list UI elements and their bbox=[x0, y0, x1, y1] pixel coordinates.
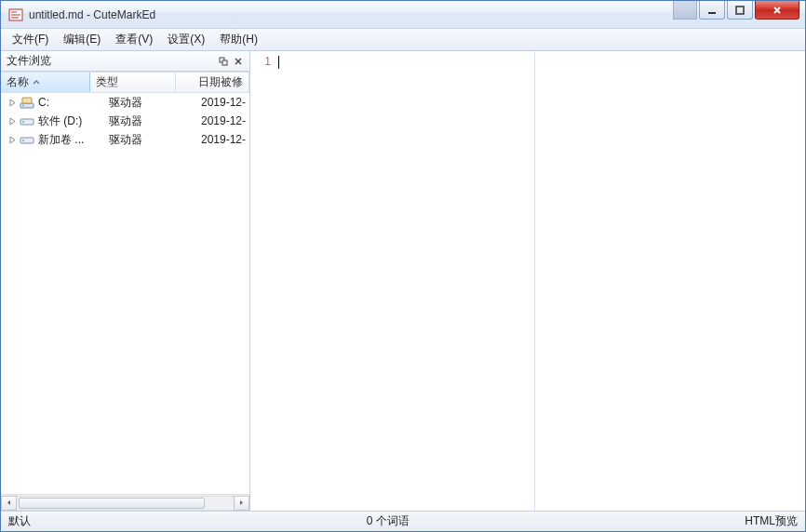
titlebar[interactable]: untitled.md - CuteMarkEd bbox=[1, 1, 805, 29]
menu-settings[interactable]: 设置(X) bbox=[160, 29, 212, 50]
file-browser-panel: 文件浏览 名称 类型 日期被修 bbox=[1, 51, 250, 511]
maximize-button[interactable] bbox=[727, 1, 753, 20]
row-type: 驱动器 bbox=[103, 95, 189, 111]
expand-icon[interactable] bbox=[7, 97, 18, 108]
close-panel-icon[interactable] bbox=[231, 54, 246, 69]
scroll-track[interactable] bbox=[17, 496, 234, 511]
row-type: 驱动器 bbox=[103, 132, 189, 148]
scroll-left-button[interactable] bbox=[1, 496, 17, 511]
tree-columns-header: 名称 类型 日期被修 bbox=[1, 73, 249, 93]
app-window: untitled.md - CuteMarkEd 文件(F) 编辑(E) 查看(… bbox=[0, 0, 806, 532]
menu-file[interactable]: 文件(F) bbox=[5, 29, 56, 50]
row-name: C: bbox=[38, 96, 103, 109]
svg-rect-1 bbox=[708, 12, 716, 14]
window-title: untitled.md - CuteMarkEd bbox=[29, 8, 155, 21]
svg-point-9 bbox=[22, 121, 24, 123]
svg-point-7 bbox=[22, 105, 24, 107]
statusbar: 默认 0 个词语 HTML预览 bbox=[1, 511, 805, 531]
undock-icon[interactable] bbox=[216, 54, 231, 69]
tree-row[interactable]: C: 驱动器 2019-12- bbox=[1, 93, 249, 112]
tree-row[interactable]: 新加卷 ... 驱动器 2019-12- bbox=[1, 130, 249, 149]
drive-icon bbox=[20, 113, 34, 128]
svg-rect-4 bbox=[222, 60, 227, 65]
app-icon bbox=[8, 7, 23, 22]
tree-row[interactable]: 软件 (D:) 驱动器 2019-12- bbox=[1, 112, 249, 130]
status-right: HTML预览 bbox=[745, 513, 798, 529]
menu-view[interactable]: 查看(V) bbox=[108, 29, 160, 50]
text-caret bbox=[278, 56, 279, 69]
menu-edit[interactable]: 编辑(E) bbox=[56, 29, 108, 50]
close-button[interactable] bbox=[755, 1, 799, 20]
row-type: 驱动器 bbox=[103, 113, 189, 129]
expand-icon[interactable] bbox=[7, 134, 18, 145]
column-type[interactable]: 类型 bbox=[90, 73, 176, 92]
drive-system-icon bbox=[20, 95, 34, 110]
svg-rect-2 bbox=[736, 7, 744, 14]
editor-area: 1 bbox=[250, 51, 805, 511]
body-area: 文件浏览 名称 类型 日期被修 bbox=[1, 51, 805, 511]
drive-icon bbox=[20, 132, 34, 147]
tree-body[interactable]: C: 驱动器 2019-12- 软件 (D:) 驱动器 2019-12- bbox=[1, 93, 249, 494]
markdown-editor[interactable] bbox=[276, 51, 535, 511]
status-left: 默认 bbox=[8, 513, 31, 529]
row-name: 软件 (D:) bbox=[38, 113, 103, 129]
row-date: 2019-12- bbox=[189, 133, 249, 146]
line-gutter: 1 bbox=[250, 51, 276, 511]
status-wordcount: 0 个词语 bbox=[31, 513, 745, 529]
scroll-right-button[interactable] bbox=[234, 496, 249, 511]
svg-rect-6 bbox=[22, 98, 32, 103]
panel-title: 文件浏览 bbox=[7, 53, 51, 69]
window-controls bbox=[673, 1, 805, 20]
column-date[interactable]: 日期被修 bbox=[176, 73, 249, 92]
line-number: 1 bbox=[264, 55, 271, 68]
horizontal-scrollbar[interactable] bbox=[1, 494, 249, 511]
panel-header[interactable]: 文件浏览 bbox=[1, 51, 249, 72]
scroll-thumb[interactable] bbox=[19, 498, 205, 509]
html-preview-pane[interactable] bbox=[535, 51, 805, 511]
row-name: 新加卷 ... bbox=[38, 132, 103, 148]
menubar: 文件(F) 编辑(E) 查看(V) 设置(X) 帮助(H) bbox=[1, 29, 805, 51]
minimize-button[interactable] bbox=[699, 1, 725, 20]
svg-point-11 bbox=[22, 140, 24, 141]
file-tree: 名称 类型 日期被修 C: 驱动器 2019-12- bbox=[1, 72, 249, 511]
column-name[interactable]: 名称 bbox=[1, 73, 90, 92]
row-date: 2019-12- bbox=[189, 96, 249, 109]
expand-icon[interactable] bbox=[7, 115, 18, 126]
window-drag-handle[interactable] bbox=[673, 1, 697, 20]
menu-help[interactable]: 帮助(H) bbox=[212, 29, 265, 50]
row-date: 2019-12- bbox=[189, 114, 249, 127]
